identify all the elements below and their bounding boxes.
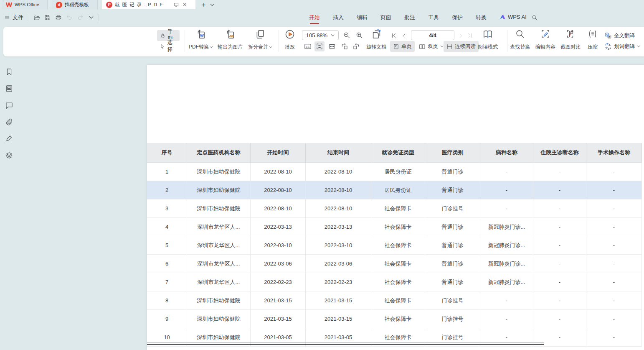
rotate-document-button[interactable]: 旋转文档 bbox=[364, 28, 389, 51]
comment-icon bbox=[5, 101, 13, 110]
table-cell: 2022-02-23 bbox=[306, 273, 371, 291]
full-translate-icon: A bbox=[604, 32, 612, 39]
bookmarks-panel-button[interactable] bbox=[5, 68, 13, 76]
find-replace-button[interactable]: 查找替换 bbox=[508, 28, 532, 51]
table-body: 1深圳市妇幼保健院2022-08-102022-08-10居民身份证普通门诊--… bbox=[147, 163, 642, 347]
layers-panel-button[interactable] bbox=[5, 151, 13, 160]
table-cell: - bbox=[533, 255, 586, 273]
toolbar: 手型 选择 W PDF转换 输出为图片 拆分合并 播放 105.88% 1:1 bbox=[0, 0, 644, 56]
table-cell: 2022-03-13 bbox=[251, 218, 306, 236]
select-tool-button[interactable]: 选择 bbox=[157, 41, 180, 52]
table-cell: - bbox=[586, 310, 642, 328]
table-cell: 2 bbox=[147, 181, 187, 199]
first-page-button[interactable] bbox=[390, 32, 398, 39]
table-cell: 4 bbox=[147, 218, 187, 236]
table-cell: 2022-08-10 bbox=[306, 163, 371, 181]
column-header: 病种名称 bbox=[480, 143, 533, 162]
column-header: 医疗类别 bbox=[425, 143, 480, 162]
table-cell: 普通门诊 bbox=[425, 255, 480, 273]
table-row: 7深圳市龙华区人...2022-02-232022-02-23社会保障卡普通门诊… bbox=[147, 273, 642, 291]
table-cell: - bbox=[480, 291, 533, 309]
table-cell: 深圳市龙华区人... bbox=[187, 218, 251, 236]
rotate-document-icon bbox=[371, 29, 382, 40]
export-image-button[interactable]: 输出为图片 bbox=[215, 28, 245, 51]
single-page-button[interactable]: 单页 bbox=[390, 41, 415, 52]
table-cell: - bbox=[533, 273, 586, 291]
side-rail bbox=[0, 56, 18, 350]
table-cell: 社会保障卡 bbox=[371, 236, 425, 254]
screenshot-compare-button[interactable]: 截图对比 bbox=[558, 28, 583, 51]
actual-size-button[interactable]: 1:1 bbox=[303, 41, 313, 51]
book-icon bbox=[482, 29, 493, 40]
table-header-row: 序号定点医药机构名称开始时间结束时间就诊凭证类型医疗类别病种名称住院主诊断名称手… bbox=[147, 143, 642, 163]
table-cell: 2022-03-13 bbox=[306, 218, 371, 236]
table-cell: 社会保障卡 bbox=[371, 273, 425, 291]
table-cell: 新冠肺炎门诊... bbox=[480, 273, 533, 291]
table-row: 6深圳市龙华区人...2022-03-062022-03-06社会保障卡普通门诊… bbox=[147, 255, 642, 273]
table-cell: 新冠肺炎门诊... bbox=[480, 255, 533, 273]
table-cell: 9 bbox=[147, 310, 187, 328]
table-cell: - bbox=[586, 328, 642, 346]
table-cell: - bbox=[533, 199, 586, 217]
table-cell: 居民身份证 bbox=[371, 163, 425, 181]
medical-records-table: 序号定点医药机构名称开始时间结束时间就诊凭证类型医疗类别病种名称住院主诊断名称手… bbox=[147, 143, 642, 347]
signature-panel-button[interactable] bbox=[5, 135, 13, 143]
compress-button[interactable]: 压缩 bbox=[583, 28, 603, 51]
table-cell: 2022-03-10 bbox=[251, 236, 306, 254]
table-cell: 2022-08-10 bbox=[251, 181, 306, 199]
last-page-button[interactable] bbox=[466, 32, 474, 39]
continuous-reading-button[interactable]: 连续阅读 bbox=[444, 41, 479, 52]
table-cell: 2022-03-10 bbox=[306, 236, 371, 254]
fit-width-button[interactable] bbox=[327, 41, 337, 51]
table-cell: 2022-03-06 bbox=[251, 255, 306, 273]
thumbnails-panel-button[interactable] bbox=[5, 84, 13, 93]
table-cell: 门诊挂号 bbox=[425, 291, 480, 309]
table-cell: 深圳市妇幼保健院 bbox=[187, 199, 251, 217]
table-cell: 2022-08-10 bbox=[251, 163, 306, 181]
comments-panel-button[interactable] bbox=[5, 101, 13, 110]
table-cell: 深圳市龙华区人... bbox=[187, 255, 251, 273]
table-cell: 深圳市龙华区人... bbox=[187, 236, 251, 254]
table-cell: - bbox=[533, 310, 586, 328]
table-cell: 2021-03-15 bbox=[306, 310, 371, 328]
zoom-out-button[interactable] bbox=[342, 30, 352, 40]
table-cell: 深圳市妇幼保健院 bbox=[187, 181, 251, 199]
next-page-button[interactable] bbox=[457, 32, 464, 39]
table-row: 8深圳市妇幼保健院2021-03-152021-03-15社会保障卡门诊挂号--… bbox=[147, 291, 642, 310]
rotate-left-button[interactable] bbox=[340, 41, 350, 51]
table-cell: 3 bbox=[147, 199, 187, 217]
split-merge-button[interactable]: 拆分合并 bbox=[246, 28, 274, 51]
column-header: 结束时间 bbox=[306, 143, 371, 162]
svg-text:A: A bbox=[609, 43, 611, 46]
column-header: 住院主诊断名称 bbox=[533, 143, 586, 162]
svg-text:1:1: 1:1 bbox=[306, 46, 310, 48]
previous-page-button[interactable] bbox=[400, 32, 408, 39]
word-translate-button[interactable]: A文 划词翻译 bbox=[601, 41, 643, 52]
column-header: 序号 bbox=[147, 143, 187, 162]
edit-content-button[interactable]: 编辑内容 bbox=[533, 28, 558, 51]
table-cell: - bbox=[586, 236, 642, 254]
fit-page-button[interactable] bbox=[314, 41, 325, 51]
table-cell: 深圳市妇幼保健院 bbox=[187, 310, 251, 328]
play-button[interactable]: 播放 bbox=[279, 28, 301, 51]
full-text-translate-button[interactable]: A 全文翻译 bbox=[601, 30, 638, 41]
attachment-icon bbox=[5, 118, 13, 126]
rotate-right-button[interactable] bbox=[351, 41, 361, 51]
chevron-down-icon bbox=[269, 46, 272, 49]
pdf-page: 序号定点医药机构名称开始时间结束时间就诊凭证类型医疗类别病种名称住院主诊断名称手… bbox=[147, 65, 644, 350]
svg-text:文: 文 bbox=[605, 46, 608, 49]
table-cell: 2022-08-10 bbox=[306, 181, 371, 199]
read-mode-button[interactable]: 阅读模式 bbox=[476, 28, 499, 51]
page-number-input[interactable]: 4/4 bbox=[411, 30, 454, 40]
attachments-panel-button[interactable] bbox=[5, 118, 13, 126]
table-cell: - bbox=[533, 218, 586, 236]
double-page-button[interactable]: 双页 bbox=[416, 41, 446, 52]
table-cell: - bbox=[586, 291, 642, 309]
split-merge-icon bbox=[255, 29, 266, 40]
pdf-convert-button[interactable]: W PDF转换 bbox=[187, 28, 215, 51]
table-cell: 普通门诊 bbox=[425, 181, 480, 199]
table-cell: - bbox=[480, 199, 533, 217]
zoom-in-button[interactable] bbox=[354, 30, 364, 40]
zoom-level-select[interactable]: 105.88% bbox=[302, 30, 339, 40]
table-row: 4深圳市龙华区人...2022-03-132022-03-13社会保障卡普通门诊… bbox=[147, 218, 642, 236]
